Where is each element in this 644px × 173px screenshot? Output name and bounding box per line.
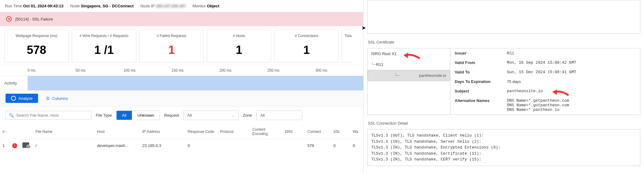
- col-status: [10, 124, 20, 139]
- cert-details: IssuerR11 Valid FromMon, 16 Sep 2024 15:…: [450, 48, 640, 115]
- col-ip[interactable]: IP Address: [140, 124, 185, 139]
- metric-wire-requests: # Wire Requests / # Requests 1 /1: [72, 30, 136, 62]
- tick: 150 ms: [172, 68, 219, 73]
- timeline: 0 ms 50 ms 100 ms 150 ms 200 ms 250 ms 3…: [0, 65, 363, 91]
- request-select[interactable]: All ⌄: [183, 111, 239, 120]
- col-respcode[interactable]: Response Code: [185, 124, 218, 139]
- detail-panel: SSL Certificate ISRG Root X1 └─R11 └─pan…: [364, 0, 644, 173]
- timeline-ticks: 0 ms 50 ms 100 ms 150 ms 200 ms 250 ms 3…: [0, 65, 363, 76]
- row-error-icon: !: [12, 143, 17, 148]
- search-icon: 🔍: [9, 113, 14, 118]
- analyze-button[interactable]: Analyze: [6, 94, 38, 103]
- node-label: Node Singapore, SG - DCConnect: [70, 4, 134, 8]
- cert-intermediate[interactable]: └─R11: [368, 59, 450, 70]
- chevron-down-icon: ⌄: [231, 113, 235, 118]
- analyze-icon: [11, 96, 16, 101]
- col-type: [20, 124, 33, 139]
- table-toolbar: Analyze Columns: [0, 91, 363, 106]
- search-input[interactable]: [16, 113, 88, 118]
- nodeip-label: Node IP 103.137.234.167: [140, 4, 186, 8]
- activity-label: Activity: [0, 76, 28, 90]
- request-label: Request: [164, 113, 179, 118]
- ssl-cert-title: SSL Certificate: [367, 38, 644, 48]
- ssl-cert-section: ISRG Root X1 └─R11 └─pantheonsite.io Iss…: [367, 48, 640, 115]
- col-ssl[interactable]: SSL: [331, 124, 350, 139]
- col-filename[interactable]: File Name: [33, 124, 94, 139]
- metric-connections: # Connections 1: [274, 30, 339, 62]
- col-protocol[interactable]: Protocol: [218, 124, 250, 139]
- col-dns[interactable]: DNS: [282, 124, 305, 139]
- filetype-unknown[interactable]: Unknown: [132, 111, 160, 120]
- cert-root[interactable]: ISRG Root X1: [368, 48, 450, 59]
- tick: 100 ms: [124, 68, 172, 73]
- metric-total-cut: Tota: [342, 30, 354, 62]
- empty-detail-box: [367, 0, 640, 34]
- search-box[interactable]: 🔍: [6, 111, 91, 120]
- col-host[interactable]: Host: [94, 124, 140, 139]
- col-connect[interactable]: Connect: [305, 124, 331, 139]
- tick: 0 ms: [28, 68, 75, 73]
- ssl-conn-title: SSL Connection Detail: [367, 119, 644, 129]
- tick: 200 ms: [219, 68, 267, 73]
- tick: 250 ms: [267, 68, 315, 73]
- col-encoding[interactable]: Content Encoding: [250, 124, 283, 139]
- activity-bar[interactable]: [28, 76, 363, 90]
- error-banner: ✕ [50114] - SSL Failure: [0, 12, 363, 26]
- metric-failed-requests: # Failed Requests 1: [139, 30, 204, 62]
- columns-icon: [46, 96, 50, 101]
- metric-webpage-response: Webpage Response (ms) 578: [4, 30, 69, 62]
- runtime-label: Run Time Oct 01, 2024 09:43:13: [5, 4, 64, 8]
- requests-table: # - File Name Host IP Address Response C…: [0, 124, 363, 152]
- monitor-label: Monitor Object: [192, 4, 219, 8]
- table-row[interactable]: 1 ! / developer.mash... 23.185.0.3 0 578…: [0, 139, 363, 152]
- tick: 50 ms: [75, 68, 123, 73]
- filter-row: 🔍 File Type All Unknown Request All ⌄ Zo…: [0, 106, 363, 124]
- filetype-all[interactable]: All: [117, 111, 132, 120]
- filetype-segment: All Unknown: [116, 111, 160, 120]
- filetype-label: File Type: [96, 113, 112, 118]
- metric-cards: Webpage Response (ms) 578 # Wire Request…: [0, 26, 363, 65]
- tick: 300 ms: [315, 68, 363, 73]
- col-num[interactable]: # -: [0, 124, 10, 139]
- columns-button[interactable]: Columns: [43, 94, 71, 103]
- row-type-icon: [22, 142, 29, 148]
- zone-label: Zone: [243, 113, 252, 118]
- cert-leaf[interactable]: └─pantheonsite.io: [368, 70, 450, 81]
- cert-chain-tree: ISRG Root X1 └─R11 └─pantheonsite.io: [368, 48, 450, 115]
- error-icon: ✕: [6, 16, 12, 22]
- main-monitor-panel: Run Time Oct 01, 2024 09:43:13 Node Sing…: [0, 0, 364, 173]
- metric-hosts: # Hosts 1: [207, 30, 271, 62]
- col-wait[interactable]: Wa: [350, 124, 363, 139]
- zone-select[interactable]: All: [256, 111, 302, 120]
- ssl-conn-log: TLSv1.3 (OUT), TLS handshake, Client hel…: [367, 129, 640, 166]
- error-text: [50114] - SSL Failure: [15, 17, 53, 21]
- activity-row: Activity: [0, 76, 363, 90]
- run-header: Run Time Oct 01, 2024 09:43:13 Node Sing…: [0, 0, 363, 12]
